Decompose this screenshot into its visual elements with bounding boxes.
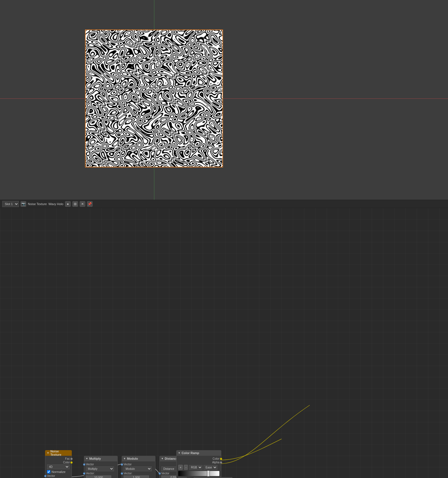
multiply-operation-row: Multiply (84, 466, 117, 472)
multiply-node: ▼ Multiply Vector Multiply Vector: (84, 456, 118, 478)
dimension-row: 4D (45, 464, 72, 470)
colorramp-remove-btn[interactable]: - (184, 465, 188, 470)
output-color-label: Color (63, 461, 70, 464)
copy-icon[interactable]: ⊞ (72, 201, 78, 207)
multiply-input-row: Vector (84, 463, 117, 466)
multiply-val1-row (84, 475, 117, 478)
multiply-collapse: ▼ (86, 457, 88, 460)
camera-icon[interactable]: 📷 (21, 201, 26, 207)
multiply-vector2-row: Vector: (84, 472, 117, 475)
distance-vector-label: Vector (161, 472, 169, 475)
modulo-node: ▼ Modulo Vector Modulo Vector: (122, 456, 155, 478)
modulo-operation-row: Modulo (122, 466, 155, 472)
multiply-title: Multiply (89, 457, 101, 460)
vector-socket[interactable] (44, 475, 46, 477)
dimension-select[interactable]: 4D (47, 464, 70, 469)
viewport (0, 0, 448, 200)
toolbar: Slot 1 📷 Noise Texture Wavy Holo ● ⊞ ✕ 📌 (0, 200, 448, 208)
colorramp-stop-1[interactable] (207, 470, 210, 477)
crosshair-horizontal (0, 98, 448, 99)
vector-input-row: Vector (45, 474, 72, 478)
output-color-socket[interactable] (70, 461, 73, 464)
multiply-vector-label: Vector (86, 463, 94, 466)
colorramp-pos-row: Pos (177, 477, 221, 478)
modulo-vector-label: Vector (124, 463, 131, 466)
multiply-v2-label: Vector: (86, 472, 95, 475)
colorramp-color-row: Color (177, 457, 221, 461)
distance-title: Distance (165, 457, 178, 460)
noise-texture-node: ▼ Noise Texture Fac Color 4D Normal (45, 450, 72, 478)
node-editor-grid (0, 208, 448, 478)
distance-vector-socket[interactable] (159, 472, 161, 475)
multiply-header: ▼ Multiply (84, 456, 118, 461)
material-name: Noise Texture (28, 202, 47, 206)
noise-texture-title: Noise Texture (50, 450, 70, 456)
modulo-v2-row: Vector: (122, 472, 155, 475)
material-name-wavy: Wavy Holo (48, 202, 63, 206)
modulo-collapse: ▼ (123, 457, 126, 460)
modulo-v2-socket[interactable] (121, 472, 123, 475)
noise-texture-header: ▼ Noise Texture (45, 450, 72, 456)
modulo-v2-label: Vector: (124, 472, 132, 475)
close-icon[interactable]: ✕ (80, 201, 85, 207)
modulo-val1[interactable] (124, 475, 149, 478)
output-fac-socket[interactable] (70, 458, 73, 460)
color-ramp-header: ▼ Color Ramp (176, 450, 221, 456)
multiply-body: Vector Multiply Vector: (84, 461, 118, 478)
multiply-operation-select[interactable]: Multiply (86, 466, 114, 471)
modulo-input-socket[interactable] (121, 463, 123, 466)
multiply-val1[interactable] (86, 475, 111, 478)
colorramp-mode-select[interactable]: RGB (189, 465, 202, 470)
normalize-row: Normalize (45, 470, 72, 474)
colorramp-add-btn[interactable]: + (178, 465, 183, 470)
modulo-title: Modulo (127, 457, 138, 460)
preview-canvas (86, 30, 222, 167)
normalize-label: Normalize (52, 470, 66, 473)
colorramp-color-socket[interactable] (220, 458, 222, 460)
slot-select[interactable]: Slot 1 (2, 201, 19, 207)
node-editor: ▼ Noise Texture Fac Color 4D Normal (0, 208, 448, 478)
noise-texture-body: Fac Color 4D Normalize Vector (45, 456, 72, 478)
modulo-header: ▼ Modulo (122, 456, 155, 461)
color-ramp-node: ▼ Color Ramp Color Alpha + - RGB Ease (176, 450, 221, 478)
normalize-checkbox[interactable] (47, 470, 50, 473)
output-color-row: Color (45, 461, 72, 464)
modulo-body: Vector Modulo Vector: Vector (122, 461, 155, 478)
colorramp-interp-select[interactable]: Ease (204, 465, 217, 470)
collapse-icon: ▼ (47, 452, 49, 454)
colorramp-alpha-row: Alpha (177, 461, 221, 464)
modulo-input-row: Vector (122, 463, 155, 466)
multiply-v2-socket[interactable] (83, 472, 85, 475)
vector-label: Vector (47, 474, 55, 477)
distance-collapse: ▼ (161, 457, 164, 460)
color-ramp-title: Color Ramp (182, 451, 199, 455)
output-fac-row: Fac (45, 457, 72, 461)
multiply-input-socket[interactable] (83, 463, 85, 466)
colorramp-gradient[interactable] (178, 471, 219, 476)
modulo-val1-row (122, 475, 155, 478)
render-icon[interactable]: ● (65, 201, 71, 207)
colorramp-controls-row: + - RGB Ease (177, 464, 221, 470)
color-ramp-body: Color Alpha + - RGB Ease (176, 456, 221, 478)
modulo-operation-select[interactable]: Modulo (124, 466, 152, 471)
image-preview (85, 30, 223, 167)
colorramp-color-label: Color (213, 457, 219, 460)
colorramp-alpha-label: Alpha (212, 461, 219, 464)
pin-icon[interactable]: 📌 (87, 201, 93, 207)
colorramp-alpha-socket[interactable] (220, 461, 222, 464)
output-fac-label: Fac (65, 457, 70, 460)
color-ramp-collapse: ▼ (178, 452, 180, 454)
